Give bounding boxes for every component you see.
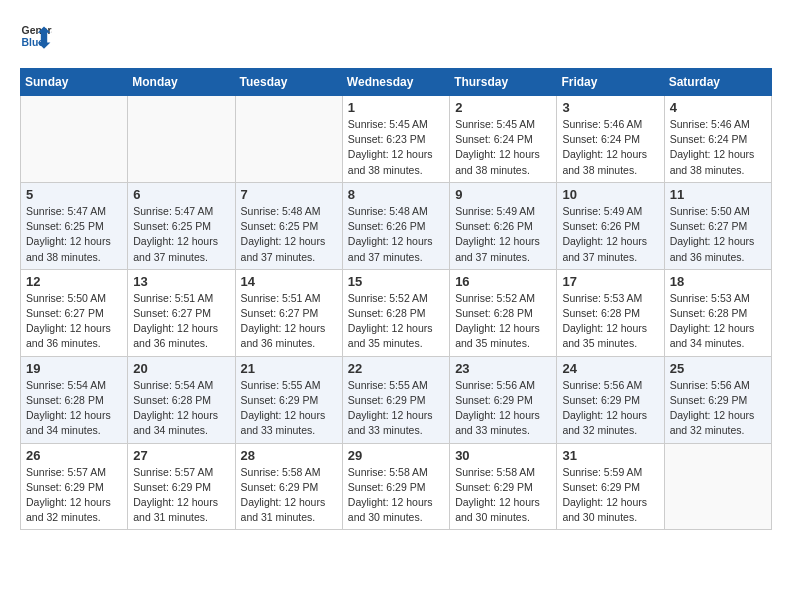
- weekday-header-cell: Saturday: [664, 69, 771, 96]
- day-info: Sunrise: 5:57 AMSunset: 6:29 PMDaylight:…: [26, 465, 122, 526]
- logo: General Blue: [20, 20, 52, 52]
- calendar-day-cell: 11Sunrise: 5:50 AMSunset: 6:27 PMDayligh…: [664, 182, 771, 269]
- calendar-day-cell: 16Sunrise: 5:52 AMSunset: 6:28 PMDayligh…: [450, 269, 557, 356]
- calendar-day-cell: [664, 443, 771, 530]
- calendar-day-cell: 30Sunrise: 5:58 AMSunset: 6:29 PMDayligh…: [450, 443, 557, 530]
- weekday-header-cell: Tuesday: [235, 69, 342, 96]
- day-number: 26: [26, 448, 122, 463]
- day-info: Sunrise: 5:46 AMSunset: 6:24 PMDaylight:…: [670, 117, 766, 178]
- weekday-header-cell: Wednesday: [342, 69, 449, 96]
- calendar-week-row: 19Sunrise: 5:54 AMSunset: 6:28 PMDayligh…: [21, 356, 772, 443]
- day-info: Sunrise: 5:50 AMSunset: 6:27 PMDaylight:…: [670, 204, 766, 265]
- calendar-day-cell: 4Sunrise: 5:46 AMSunset: 6:24 PMDaylight…: [664, 96, 771, 183]
- day-info: Sunrise: 5:56 AMSunset: 6:29 PMDaylight:…: [455, 378, 551, 439]
- calendar-table: SundayMondayTuesdayWednesdayThursdayFrid…: [20, 68, 772, 530]
- calendar-day-cell: 13Sunrise: 5:51 AMSunset: 6:27 PMDayligh…: [128, 269, 235, 356]
- day-number: 6: [133, 187, 229, 202]
- calendar-day-cell: [21, 96, 128, 183]
- calendar-day-cell: 3Sunrise: 5:46 AMSunset: 6:24 PMDaylight…: [557, 96, 664, 183]
- day-info: Sunrise: 5:45 AMSunset: 6:23 PMDaylight:…: [348, 117, 444, 178]
- calendar-week-row: 12Sunrise: 5:50 AMSunset: 6:27 PMDayligh…: [21, 269, 772, 356]
- day-number: 25: [670, 361, 766, 376]
- day-info: Sunrise: 5:55 AMSunset: 6:29 PMDaylight:…: [348, 378, 444, 439]
- day-info: Sunrise: 5:56 AMSunset: 6:29 PMDaylight:…: [562, 378, 658, 439]
- calendar-week-row: 1Sunrise: 5:45 AMSunset: 6:23 PMDaylight…: [21, 96, 772, 183]
- day-info: Sunrise: 5:51 AMSunset: 6:27 PMDaylight:…: [133, 291, 229, 352]
- day-number: 14: [241, 274, 337, 289]
- day-number: 23: [455, 361, 551, 376]
- day-number: 2: [455, 100, 551, 115]
- calendar-day-cell: 28Sunrise: 5:58 AMSunset: 6:29 PMDayligh…: [235, 443, 342, 530]
- calendar-day-cell: 24Sunrise: 5:56 AMSunset: 6:29 PMDayligh…: [557, 356, 664, 443]
- day-number: 22: [348, 361, 444, 376]
- day-number: 20: [133, 361, 229, 376]
- day-info: Sunrise: 5:57 AMSunset: 6:29 PMDaylight:…: [133, 465, 229, 526]
- day-info: Sunrise: 5:52 AMSunset: 6:28 PMDaylight:…: [455, 291, 551, 352]
- calendar-day-cell: 14Sunrise: 5:51 AMSunset: 6:27 PMDayligh…: [235, 269, 342, 356]
- calendar-day-cell: 22Sunrise: 5:55 AMSunset: 6:29 PMDayligh…: [342, 356, 449, 443]
- day-number: 9: [455, 187, 551, 202]
- day-number: 21: [241, 361, 337, 376]
- day-info: Sunrise: 5:51 AMSunset: 6:27 PMDaylight:…: [241, 291, 337, 352]
- day-number: 30: [455, 448, 551, 463]
- day-number: 8: [348, 187, 444, 202]
- calendar-day-cell: 2Sunrise: 5:45 AMSunset: 6:24 PMDaylight…: [450, 96, 557, 183]
- logo-icon: General Blue: [20, 20, 52, 52]
- calendar-day-cell: 12Sunrise: 5:50 AMSunset: 6:27 PMDayligh…: [21, 269, 128, 356]
- calendar-day-cell: 7Sunrise: 5:48 AMSunset: 6:25 PMDaylight…: [235, 182, 342, 269]
- calendar-day-cell: 8Sunrise: 5:48 AMSunset: 6:26 PMDaylight…: [342, 182, 449, 269]
- day-number: 28: [241, 448, 337, 463]
- day-info: Sunrise: 5:53 AMSunset: 6:28 PMDaylight:…: [670, 291, 766, 352]
- calendar-day-cell: 18Sunrise: 5:53 AMSunset: 6:28 PMDayligh…: [664, 269, 771, 356]
- calendar-day-cell: [235, 96, 342, 183]
- calendar-week-row: 5Sunrise: 5:47 AMSunset: 6:25 PMDaylight…: [21, 182, 772, 269]
- calendar-day-cell: 26Sunrise: 5:57 AMSunset: 6:29 PMDayligh…: [21, 443, 128, 530]
- day-number: 24: [562, 361, 658, 376]
- day-number: 15: [348, 274, 444, 289]
- day-info: Sunrise: 5:48 AMSunset: 6:26 PMDaylight:…: [348, 204, 444, 265]
- calendar-day-cell: 29Sunrise: 5:58 AMSunset: 6:29 PMDayligh…: [342, 443, 449, 530]
- calendar-day-cell: 6Sunrise: 5:47 AMSunset: 6:25 PMDaylight…: [128, 182, 235, 269]
- day-info: Sunrise: 5:56 AMSunset: 6:29 PMDaylight:…: [670, 378, 766, 439]
- calendar-day-cell: 27Sunrise: 5:57 AMSunset: 6:29 PMDayligh…: [128, 443, 235, 530]
- weekday-header-cell: Friday: [557, 69, 664, 96]
- calendar-day-cell: 5Sunrise: 5:47 AMSunset: 6:25 PMDaylight…: [21, 182, 128, 269]
- weekday-header-cell: Thursday: [450, 69, 557, 96]
- calendar-day-cell: 10Sunrise: 5:49 AMSunset: 6:26 PMDayligh…: [557, 182, 664, 269]
- day-info: Sunrise: 5:54 AMSunset: 6:28 PMDaylight:…: [133, 378, 229, 439]
- weekday-header-cell: Monday: [128, 69, 235, 96]
- day-number: 11: [670, 187, 766, 202]
- day-info: Sunrise: 5:46 AMSunset: 6:24 PMDaylight:…: [562, 117, 658, 178]
- day-number: 29: [348, 448, 444, 463]
- day-number: 16: [455, 274, 551, 289]
- day-info: Sunrise: 5:52 AMSunset: 6:28 PMDaylight:…: [348, 291, 444, 352]
- day-info: Sunrise: 5:45 AMSunset: 6:24 PMDaylight:…: [455, 117, 551, 178]
- day-info: Sunrise: 5:48 AMSunset: 6:25 PMDaylight:…: [241, 204, 337, 265]
- calendar-week-row: 26Sunrise: 5:57 AMSunset: 6:29 PMDayligh…: [21, 443, 772, 530]
- day-number: 5: [26, 187, 122, 202]
- calendar-day-cell: 20Sunrise: 5:54 AMSunset: 6:28 PMDayligh…: [128, 356, 235, 443]
- calendar-day-cell: 23Sunrise: 5:56 AMSunset: 6:29 PMDayligh…: [450, 356, 557, 443]
- calendar-day-cell: 15Sunrise: 5:52 AMSunset: 6:28 PMDayligh…: [342, 269, 449, 356]
- day-number: 4: [670, 100, 766, 115]
- day-number: 3: [562, 100, 658, 115]
- day-info: Sunrise: 5:49 AMSunset: 6:26 PMDaylight:…: [455, 204, 551, 265]
- calendar-day-cell: 9Sunrise: 5:49 AMSunset: 6:26 PMDaylight…: [450, 182, 557, 269]
- page-header: General Blue: [20, 20, 772, 52]
- day-info: Sunrise: 5:59 AMSunset: 6:29 PMDaylight:…: [562, 465, 658, 526]
- day-info: Sunrise: 5:47 AMSunset: 6:25 PMDaylight:…: [133, 204, 229, 265]
- day-number: 1: [348, 100, 444, 115]
- day-number: 19: [26, 361, 122, 376]
- day-info: Sunrise: 5:47 AMSunset: 6:25 PMDaylight:…: [26, 204, 122, 265]
- day-number: 27: [133, 448, 229, 463]
- day-info: Sunrise: 5:54 AMSunset: 6:28 PMDaylight:…: [26, 378, 122, 439]
- calendar-day-cell: 31Sunrise: 5:59 AMSunset: 6:29 PMDayligh…: [557, 443, 664, 530]
- day-info: Sunrise: 5:50 AMSunset: 6:27 PMDaylight:…: [26, 291, 122, 352]
- day-info: Sunrise: 5:49 AMSunset: 6:26 PMDaylight:…: [562, 204, 658, 265]
- calendar-day-cell: 19Sunrise: 5:54 AMSunset: 6:28 PMDayligh…: [21, 356, 128, 443]
- day-info: Sunrise: 5:58 AMSunset: 6:29 PMDaylight:…: [348, 465, 444, 526]
- day-info: Sunrise: 5:55 AMSunset: 6:29 PMDaylight:…: [241, 378, 337, 439]
- calendar-day-cell: 1Sunrise: 5:45 AMSunset: 6:23 PMDaylight…: [342, 96, 449, 183]
- day-number: 18: [670, 274, 766, 289]
- calendar-day-cell: [128, 96, 235, 183]
